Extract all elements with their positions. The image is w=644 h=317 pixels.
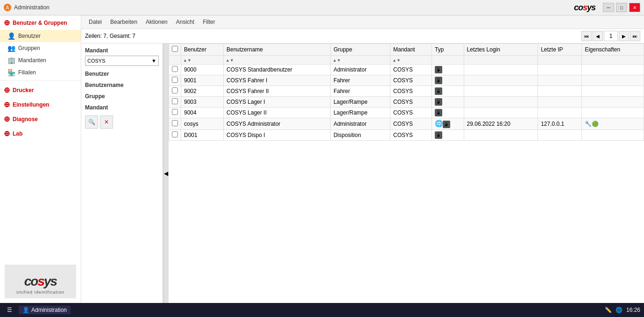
mandant-dropdown[interactable]: COSYS ▼	[85, 56, 159, 66]
sort-letzte-ip	[538, 56, 582, 65]
cell-gruppe: Fahrer	[331, 86, 390, 97]
page-number-input[interactable]	[604, 31, 618, 41]
row-checkbox[interactable]	[172, 66, 178, 72]
cell-benutzername: COSYS Fahrer I	[223, 75, 330, 86]
app-icon: A	[4, 4, 11, 11]
cell-letzte-ip: 127.0.0.1	[538, 118, 582, 130]
sidebar-item-gruppen[interactable]: 👥 Gruppen	[0, 42, 81, 54]
sort-mandant[interactable]: ▲▼	[390, 56, 432, 65]
device-icon: 📱	[435, 98, 442, 106]
row-checkbox[interactable]	[172, 109, 178, 115]
sidebar-item-benutzer[interactable]: 👤 Benutzer	[0, 30, 81, 42]
device-icon: 📱	[435, 109, 442, 116]
diagnose-plus-icon: ⊕	[4, 115, 10, 123]
menu-filter[interactable]: Filter	[199, 17, 219, 27]
sidebar-item-mandanten[interactable]: 🏢 Mandanten	[0, 54, 81, 66]
row-checkbox[interactable]	[172, 98, 178, 104]
cell-typ: 📱	[432, 130, 464, 141]
panel-collapse-handle[interactable]: ◀	[163, 43, 169, 303]
einstellungen-section[interactable]: ⊕ Einstellungen	[0, 97, 81, 112]
search-filter-button[interactable]: 🔍	[85, 115, 98, 129]
table-row[interactable]: cosysCOSYS AdministratorAdministratorCOS…	[169, 118, 644, 130]
row-checkbox-cell	[169, 108, 181, 118]
menu-bar: Datei Bearbeiten Aktionen Ansicht Filter	[81, 15, 644, 29]
sort-gruppe[interactable]: ▲▼	[331, 56, 390, 65]
mandanten-icon: 🏢	[7, 57, 15, 64]
sidebar-divider-1	[0, 80, 81, 81]
lab-section[interactable]: ⊕ Lab	[0, 126, 81, 141]
drucker-section[interactable]: ⊕ Drucker	[0, 83, 81, 97]
last-page-button[interactable]: ⏭	[630, 31, 640, 41]
green-circle-icon: 🟢	[592, 121, 599, 127]
clear-filter-button[interactable]: ✕	[100, 115, 113, 129]
prev-page-button[interactable]: ◀	[593, 31, 603, 41]
benutzer-gruppen-section[interactable]: ⊕ Benutzer & Gruppen	[0, 15, 81, 30]
sort-benutzername[interactable]: ▲▼	[223, 56, 330, 65]
select-all-checkbox[interactable]	[172, 46, 178, 52]
taskbar-menu-button[interactable]: ☰	[4, 304, 15, 316]
table-row[interactable]: 9002COSYS Fahrer IIFahrerCOSYS📱	[169, 86, 644, 97]
cell-mandant: COSYS	[390, 75, 432, 86]
row-checkbox-cell	[169, 86, 181, 97]
cell-benutzername: COSYS Dispo I	[223, 130, 330, 141]
sidebar-item-filialen[interactable]: 🏪 Filialen	[0, 66, 81, 79]
cell-letzte-ip	[538, 86, 582, 97]
cell-gruppe: Administrator	[331, 65, 390, 75]
cell-benutzername: COSYS Fahrer II	[223, 86, 330, 97]
einstellungen-plus-icon: ⊕	[4, 100, 10, 109]
cell-benutzer: 9001	[181, 75, 224, 86]
col-header-typ: Typ	[432, 44, 464, 56]
benutzer-filter-label: Benutzer	[85, 71, 159, 77]
row-checkbox[interactable]	[172, 120, 178, 126]
minimize-button[interactable]: ─	[603, 3, 614, 12]
menu-bearbeiten[interactable]: Bearbeiten	[106, 17, 141, 27]
first-page-button[interactable]: ⏮	[581, 31, 592, 41]
menu-ansicht[interactable]: Ansicht	[172, 17, 198, 27]
cell-benutzer: 9000	[181, 65, 224, 75]
close-button[interactable]: ✕	[629, 3, 640, 12]
next-page-button[interactable]: ▶	[619, 31, 629, 41]
cell-mandant: COSYS	[390, 65, 432, 75]
row-checkbox[interactable]	[172, 87, 178, 94]
cell-eigenschaften	[582, 86, 644, 97]
row-checkbox[interactable]	[172, 131, 178, 137]
cell-mandant: COSYS	[390, 108, 432, 118]
row-checkbox-cell	[169, 97, 181, 108]
cell-eigenschaften	[582, 75, 644, 86]
cell-letzte-ip	[538, 97, 582, 108]
diagnose-section[interactable]: ⊕ Diagnose	[0, 112, 81, 126]
cell-letztes-login	[464, 75, 538, 86]
sort-letztes-login	[464, 56, 538, 65]
benutzer-gruppen-label: Benutzer & Gruppen	[13, 20, 67, 26]
table-row[interactable]: 9000COSYS StandardbenutzerAdministratorC…	[169, 65, 644, 75]
col-header-letztes-login: Letztes Login	[464, 44, 538, 56]
sort-benutzer[interactable]: ▲▼	[181, 56, 224, 65]
cosys-logo: cosys	[574, 3, 595, 13]
taskbar-user-icon: 👤	[22, 307, 29, 313]
taskbar-app-button[interactable]: 👤 Administration	[19, 306, 71, 314]
cell-benutzername: COSYS Standardbenutzer	[223, 65, 330, 75]
cosys-sidebar-logo: cosys	[24, 274, 57, 289]
maximize-button[interactable]: □	[616, 3, 627, 12]
diagnose-label: Diagnose	[13, 116, 38, 122]
menu-datei[interactable]: Datei	[85, 17, 106, 27]
col-header-benutzer: Benutzer	[181, 44, 224, 56]
cell-eigenschaften	[582, 108, 644, 118]
cell-letzte-ip	[538, 75, 582, 86]
col-header-letzte-ip: Letzte IP	[538, 44, 582, 56]
device-icon: 📱	[435, 66, 442, 73]
taskbar-time: 16:26	[626, 307, 640, 313]
hamburger-icon: ☰	[7, 307, 12, 313]
table-row[interactable]: D001COSYS Dispo IDispositionCOSYS📱	[169, 130, 644, 141]
table-row[interactable]: 9001COSYS Fahrer IFahrerCOSYS📱	[169, 75, 644, 86]
filialen-icon: 🏪	[7, 69, 15, 76]
web-icon: 🌐	[435, 120, 443, 127]
row-checkbox[interactable]	[172, 77, 178, 83]
table-row[interactable]: 9004COSYS Lager IILager/RampeCOSYS📱	[169, 108, 644, 118]
cell-benutzer: 9003	[181, 97, 224, 108]
table-row[interactable]: 9003COSYS Lager ILager/RampeCOSYS📱	[169, 97, 644, 108]
cell-gruppe: Fahrer	[331, 75, 390, 86]
menu-aktionen[interactable]: Aktionen	[142, 17, 171, 27]
device-icon: 📱	[435, 77, 442, 84]
cell-eigenschaften	[582, 65, 644, 75]
